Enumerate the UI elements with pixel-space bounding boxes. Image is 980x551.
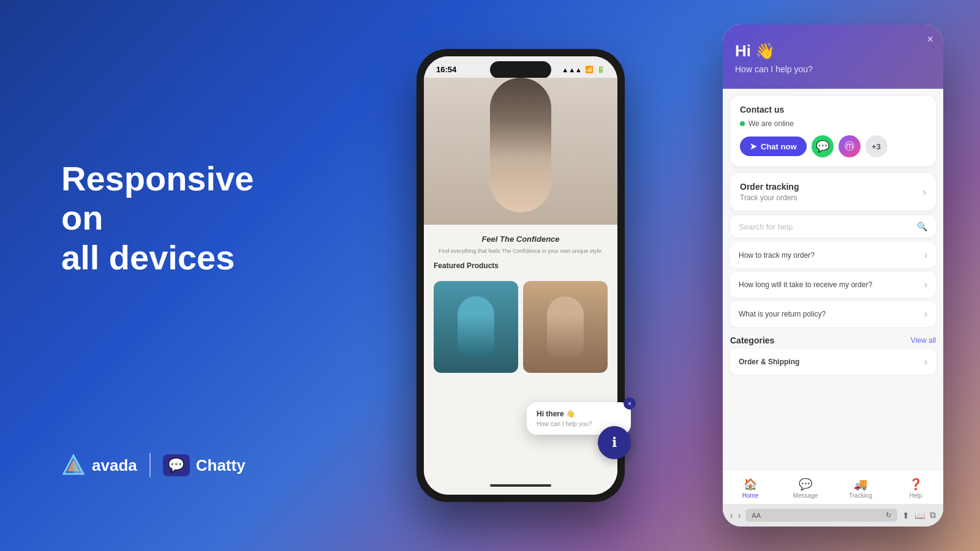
phone-product-teal	[434, 281, 518, 373]
nav-home[interactable]: 🏠 Home	[723, 474, 778, 503]
widget-subgreeting: How can I help you?	[735, 64, 931, 74]
nav-message[interactable]: 💬 Message	[778, 474, 833, 503]
avada-name: avada	[92, 456, 137, 475]
nav-help-label: Help	[910, 492, 922, 499]
browser-url-bar[interactable]: AA ↻	[745, 509, 897, 522]
search-icon: 🔍	[917, 222, 927, 231]
phone-store-title: Feel The Confidence	[434, 234, 608, 244]
nav-home-label: Home	[742, 492, 759, 499]
search-bar[interactable]: Search for help 🔍	[730, 216, 936, 238]
order-tracking-title: Order tracking	[740, 182, 799, 192]
tracking-icon: 🚚	[854, 478, 867, 491]
messenger-icon: ⓜ	[845, 140, 854, 153]
phone-store-desc: Find everything that feels The Confidenc…	[434, 247, 608, 255]
browser-back-icon[interactable]: ‹	[730, 511, 733, 520]
whatsapp-button[interactable]: 💬	[812, 135, 834, 157]
browser-share-icon[interactable]: ⬆	[902, 511, 910, 520]
category-chevron: ›	[924, 356, 927, 367]
faq-text-3: What is your return policy?	[739, 310, 826, 318]
nav-help[interactable]: ❓ Help	[888, 474, 943, 503]
browser-refresh-icon[interactable]: ↻	[886, 511, 891, 519]
avada-icon	[61, 453, 86, 478]
chatty-logo: Chatty	[163, 454, 246, 476]
widget-close-button[interactable]: ×	[927, 33, 933, 46]
chat-now-label: Chat now	[761, 142, 797, 151]
whatsapp-icon: 💬	[816, 140, 829, 153]
chat-bubble-close-icon[interactable]: ×	[624, 397, 636, 410]
browser-forward-icon[interactable]: ›	[738, 511, 741, 520]
left-section: Responsive on all devices avada Chatty	[0, 0, 318, 551]
chat-bubble-title: Hi there 👋	[537, 410, 621, 418]
phone-notch	[490, 61, 551, 78]
phone-hero-image	[424, 78, 617, 225]
more-channels-button[interactable]: +3	[865, 135, 888, 157]
categories-title: Categories	[730, 335, 774, 345]
faq-item-3[interactable]: What is your return policy? ›	[730, 301, 936, 327]
message-icon: 💬	[799, 478, 812, 491]
chatty-icon	[163, 454, 190, 476]
brand-divider	[149, 453, 151, 478]
phone-status-icons: ▲▲▲ 📶 🔋	[562, 66, 605, 73]
nav-tracking-label: Tracking	[849, 492, 872, 499]
hero-heading: Responsive on all devices	[61, 159, 282, 277]
widget-bottom-nav: 🏠 Home 💬 Message 🚚 Tracking ❓ Help	[723, 470, 943, 504]
category-text-order-shipping: Order & Shipping	[739, 358, 799, 366]
faq-chevron-3: ›	[924, 309, 927, 320]
center-section: 16:54 ▲▲▲ 📶 🔋 Feel The Confid	[318, 0, 723, 551]
faq-text-1: How to track my order?	[739, 251, 815, 260]
home-icon: 🏠	[744, 478, 757, 491]
view-all-link[interactable]: View all	[911, 336, 936, 345]
chat-bubble-subtitle: How can I help you?	[537, 421, 621, 427]
browser-bookmark-icon[interactable]: 📖	[914, 511, 925, 520]
order-tracking-info: Order tracking Track your orders	[740, 182, 799, 202]
phone-text-area: Feel The Confidence Find everything that…	[424, 225, 617, 281]
contact-us-title: Contact us	[740, 105, 926, 114]
chat-now-button[interactable]: ➤ Chat now	[740, 137, 807, 156]
order-tracking-card[interactable]: Order tracking Track your orders ›	[730, 173, 936, 211]
battery-icon: 🔋	[597, 66, 605, 73]
phone-product-beige	[523, 281, 608, 373]
phone-home-indicator	[490, 484, 551, 487]
signal-icon: ▲▲▲	[562, 66, 582, 73]
faq-text-2: How long will it take to receive my orde…	[739, 280, 872, 289]
hero-text: Responsive on all devices	[61, 159, 282, 277]
contact-buttons: ➤ Chat now 💬 ⓜ +3	[740, 135, 926, 157]
chat-widget: × Hi 👋 How can I help you? Contact us We…	[723, 24, 943, 527]
chat-now-icon: ➤	[750, 141, 757, 151]
wifi-icon: 📶	[585, 66, 594, 73]
browser-nav-icons: ‹ ›	[730, 511, 741, 520]
faq-item-2[interactable]: How long will it take to receive my orde…	[730, 272, 936, 298]
chatty-name: Chatty	[196, 456, 246, 475]
phone-status-bar: 16:54 ▲▲▲ 📶 🔋	[424, 56, 617, 78]
hero-line1: Responsive on	[61, 159, 254, 237]
brand-logos: avada Chatty	[61, 453, 282, 478]
phone-bottom-bar	[424, 476, 617, 495]
faq-item-1[interactable]: How to track my order? ›	[730, 242, 936, 268]
category-item-order-shipping[interactable]: Order & Shipping ›	[730, 349, 936, 375]
phone-mockup: 16:54 ▲▲▲ 📶 🔋 Feel The Confid	[417, 49, 625, 502]
chat-round-button[interactable]: ℹ	[598, 426, 631, 459]
phone-products	[424, 281, 617, 383]
nav-tracking[interactable]: 🚚 Tracking	[833, 474, 888, 503]
phone-time: 16:54	[436, 65, 456, 74]
categories-section: Categories View all	[730, 335, 936, 345]
hero-line2: all devices	[61, 238, 235, 277]
faq-chevron-1: ›	[924, 250, 927, 261]
nav-message-label: Message	[793, 492, 818, 499]
messenger-button[interactable]: ⓜ	[839, 135, 861, 157]
browser-tabs-icon[interactable]: ⧉	[930, 510, 936, 520]
faq-chevron-2: ›	[924, 279, 927, 290]
widget-browser-bar: ‹ › AA ↻ ⬆ 📖 ⧉	[723, 504, 943, 527]
order-tracking-subtitle: Track your orders	[740, 193, 799, 202]
browser-action-icons: ⬆ 📖 ⧉	[902, 510, 936, 520]
online-status: We are online	[740, 119, 926, 128]
order-tracking-chevron: ›	[923, 187, 926, 198]
avada-logo: avada	[61, 453, 137, 478]
search-placeholder: Search for help	[739, 222, 793, 231]
online-dot	[740, 121, 745, 126]
widget-body: Contact us We are online ➤ Chat now 💬 ⓜ …	[723, 89, 943, 470]
help-icon: ❓	[909, 478, 922, 491]
online-text: We are online	[748, 119, 794, 128]
contact-us-card: Contact us We are online ➤ Chat now 💬 ⓜ …	[730, 96, 936, 166]
browser-url-text: AA	[752, 512, 761, 519]
